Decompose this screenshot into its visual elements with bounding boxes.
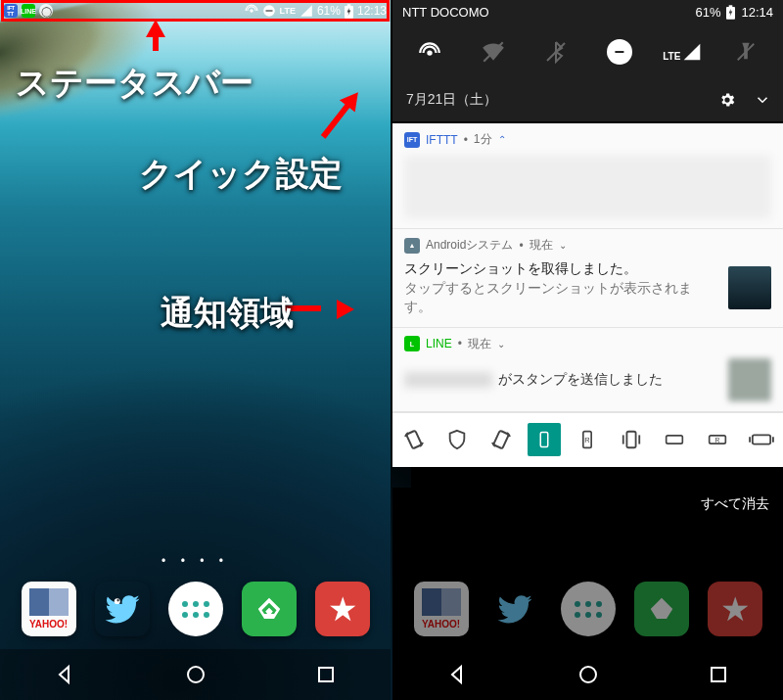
annotation-label-statusbar: ステータスバー [16,61,253,106]
nav-bar [392,649,783,700]
rotate-auto-icon[interactable] [397,423,431,456]
ifttt-app-icon: IFT [404,132,420,148]
rotate-portrait-r-icon[interactable]: R [571,423,604,456]
notification-ifttt[interactable]: IFT IFTTT • 1分 ⌃ [392,123,783,229]
nav-home-button[interactable] [576,662,601,687]
left-phone-homescreen: IFTTT LINE ◯ LTE 61% 12:13 [0,0,391,700]
qs-status-row: NTT DOCOMO 61% 12:14 [392,0,783,23]
annotation-label-notifications: 通知領域 [161,291,294,336]
svg-point-29 [580,667,596,682]
battery-percent: 61% [317,4,341,18]
dock-app-wunderlist[interactable]: ★ [315,582,370,636]
expand-chevron-down-icon[interactable]: ⌄ [497,339,505,350]
notif-time: 現在 [530,237,553,254]
screenshot-thumbnail [728,266,771,309]
qs-clock: 12:14 [741,5,773,20]
dock-app-feedly[interactable] [242,582,297,636]
clock: 12:13 [357,4,387,18]
rotate-landscape-r-icon[interactable]: R [701,423,734,456]
notif-app-name: IFTTT [426,133,458,147]
lte-label: LTE [280,6,296,16]
qs-tile-wifi[interactable] [477,35,510,69]
notif-body-redacted [404,156,771,218]
status-bar-left-icons: IFTTT LINE ◯ [4,4,53,18]
notif-title: スクリーンショットを取得しました。 [404,259,718,279]
dock-app-yahoo[interactable]: YAHOO! [414,582,469,636]
notif-time: 現在 [468,336,491,352]
qs-lte-label: LTE [663,51,680,62]
svg-rect-23 [667,436,683,443]
expand-chevron-down-icon[interactable] [754,91,771,109]
svg-point-11 [428,50,433,55]
annotation-label-quick-settings: クイック設定 [139,152,343,197]
status-bar[interactable]: IFTTT LINE ◯ LTE 61% 12:13 [0,0,391,22]
qs-tile-signal[interactable]: LTE [666,35,699,69]
dock: YAHOO! ★ [0,572,391,646]
qs-tile-bluetooth[interactable] [539,35,573,69]
nav-back-button[interactable] [53,662,78,687]
svg-rect-8 [319,668,333,681]
qs-tile-hotspot[interactable] [413,35,446,69]
battery-charging-icon [345,4,353,19]
collapse-chevron-up-icon[interactable]: ⌃ [498,134,506,145]
circle-status-icon: ◯ [39,4,53,18]
rotate-shield-icon[interactable] [440,423,474,456]
qs-tile-flashlight[interactable] [729,35,762,69]
clear-all-button[interactable]: すべて消去 [701,495,769,513]
sender-name-redacted [404,372,492,388]
qs-date: 7月21日（土） [406,91,497,109]
svg-point-5 [114,598,119,604]
svg-rect-10 [729,5,733,7]
dock-app-yahoo[interactable]: YAHOO! [22,582,76,636]
rotate-portrait-selected[interactable] [528,423,561,456]
svg-rect-15 [406,431,422,449]
svg-point-0 [250,9,253,13]
rotate-vibrate-icon[interactable] [615,423,648,456]
battery-charging-icon [726,5,735,20]
svg-text:R: R [715,437,720,443]
notification-area: IFT IFTTT • 1分 ⌃ ▲ Androidシステム • 現在 ⌄ [392,123,783,467]
line-app-icon: L [404,336,420,351]
cell-signal-icon [299,4,313,18]
line-icon: LINE [22,4,35,18]
annotation-arrow-up [146,20,165,37]
notif-suffix: がスタンプを送信しました [498,370,663,390]
nav-recents-button[interactable] [706,662,731,687]
qs-battery-percent: 61% [695,5,720,20]
rotate-landscape-icon[interactable] [658,423,691,456]
svg-rect-17 [540,433,548,447]
nav-recents-button[interactable] [313,662,339,687]
carrier-label: NTT DOCOMO [402,5,489,20]
dock-app-twitter[interactable] [95,582,150,636]
notification-android-system[interactable]: ▲ Androidシステム • 現在 ⌄ スクリーンショットを取得しました。 タ… [392,229,783,328]
svg-rect-4 [347,4,351,6]
svg-rect-30 [712,668,725,681]
dock-app-twitter[interactable] [487,582,542,636]
nav-back-button[interactable] [445,662,471,687]
ifttt-icon: IFTTT [4,4,18,18]
app-drawer-button[interactable] [168,582,223,636]
notif-app-name: LINE [426,337,452,350]
notif-body-text: タップするとスクリーンショットが表示されます。 [404,279,718,317]
right-phone-notification-shade: NTT DOCOMO 61% 12:14 − LTE [392,0,783,700]
dock-app-wunderlist[interactable]: ★ [708,582,762,636]
quick-settings-panel[interactable]: NTT DOCOMO 61% 12:14 − LTE [392,0,783,121]
svg-point-6 [116,599,118,601]
dnd-minus-icon [262,4,276,18]
qs-tile-dnd[interactable]: − [603,35,636,69]
android-system-icon: ▲ [404,238,420,254]
svg-text:R: R [585,437,591,445]
rotate-auto2-icon[interactable] [484,423,518,456]
hotspot-icon [245,4,258,18]
rotate-landscape-vib-icon[interactable] [745,423,778,456]
expand-chevron-down-icon[interactable]: ⌄ [559,240,567,251]
notif-app-name: Androidシステム [426,237,513,254]
svg-rect-2 [265,10,272,11]
settings-gear-icon[interactable] [718,91,736,109]
nav-home-button[interactable] [183,662,208,687]
dock-app-feedly[interactable] [634,582,689,636]
notification-line[interactable]: L LINE • 現在 ⌄ がスタンプを送信しました [392,328,783,412]
home-page-indicator: • • • • [0,554,391,568]
nav-bar [0,649,391,700]
app-drawer-button[interactable] [561,582,616,636]
